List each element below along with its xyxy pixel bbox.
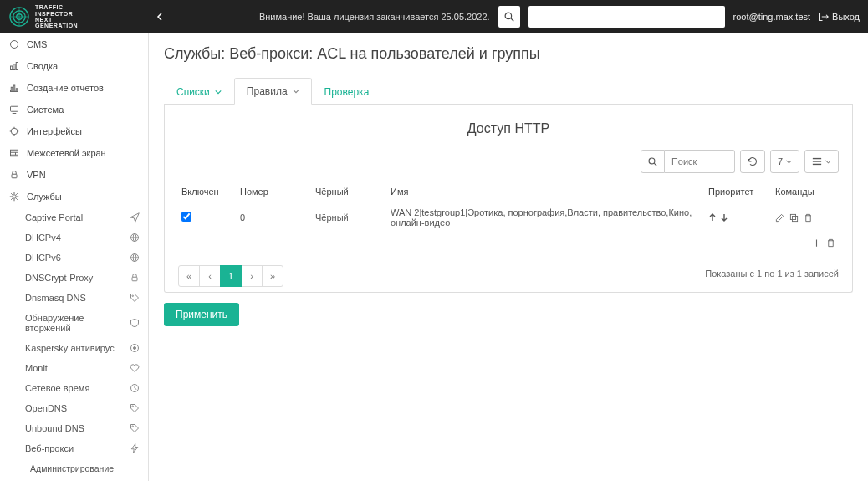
sidebar-item-unbound[interactable]: Unbound DNS bbox=[0, 418, 148, 438]
col-number[interactable]: Номер bbox=[237, 182, 312, 202]
svg-point-36 bbox=[134, 347, 136, 350]
vpn-icon bbox=[9, 170, 19, 180]
svg-rect-10 bbox=[11, 87, 13, 90]
apply-button[interactable]: Применить bbox=[164, 303, 239, 326]
refresh-button[interactable] bbox=[740, 150, 765, 173]
sidebar-item-label: DHCPv6 bbox=[25, 253, 61, 263]
sidebar-item-label: Dnsmasq DNS bbox=[25, 293, 86, 303]
copy-icon bbox=[789, 213, 799, 223]
sidebar-item-ids[interactable]: Обнаружение вторжений bbox=[0, 308, 148, 338]
sidebar-item-admin[interactable]: Администрирование bbox=[0, 458, 148, 478]
plus-icon bbox=[812, 238, 821, 248]
sidebar-item-proxy[interactable]: Веб-прокси bbox=[0, 438, 148, 458]
table-search-input[interactable] bbox=[665, 150, 735, 173]
columns-select[interactable] bbox=[804, 150, 839, 173]
trash-icon bbox=[826, 238, 835, 248]
col-black[interactable]: Чёрный bbox=[312, 182, 387, 202]
svg-rect-25 bbox=[12, 174, 17, 178]
interfaces-icon bbox=[9, 126, 19, 136]
sidebar-item-monit[interactable]: Monit bbox=[0, 358, 148, 378]
tab-rules[interactable]: Правила bbox=[234, 78, 312, 105]
table-row: 0ЧёрныйWAN 2|testgroup1|Эротика, порногр… bbox=[178, 202, 839, 233]
sidebar-item-services[interactable]: Службы bbox=[0, 186, 148, 207]
sidebar-item-system[interactable]: Система bbox=[0, 99, 148, 120]
sidebar-collapse-button[interactable] bbox=[149, 13, 171, 21]
sidebar-item-label: Обнаружение вторжений bbox=[25, 313, 130, 333]
sidebar-item-dhcpv4[interactable]: DHCPv4 bbox=[0, 228, 148, 248]
svg-rect-13 bbox=[11, 106, 18, 111]
tab-check[interactable]: Проверка bbox=[312, 78, 382, 105]
sidebar-item-firewall[interactable]: Межсетевой экран bbox=[0, 142, 148, 164]
row-enabled-checkbox[interactable] bbox=[181, 212, 191, 222]
list-icon bbox=[812, 157, 822, 166]
tag-icon bbox=[130, 293, 140, 303]
tab-lists[interactable]: Списки bbox=[164, 78, 234, 105]
sidebar-item-kaspersky[interactable]: Kaspersky антивирус bbox=[0, 338, 148, 358]
col-enabled[interactable]: Включен bbox=[178, 182, 237, 202]
sidebar-item-label: Межсетевой экран bbox=[27, 148, 106, 158]
sidebar-item-label: Сетевое время bbox=[25, 383, 89, 393]
sidebar-item-dnscrypt[interactable]: DNSCrypt-Proxy bbox=[0, 268, 148, 288]
sidebar-item-cms[interactable]: CMS bbox=[0, 33, 148, 55]
priority-down-button[interactable] bbox=[720, 213, 728, 222]
sidebar-item-ntp[interactable]: Сетевое время bbox=[0, 378, 148, 398]
services-icon bbox=[9, 192, 19, 202]
pager-last[interactable]: » bbox=[262, 265, 283, 287]
sidebar-item-opendns[interactable]: OpenDNS bbox=[0, 398, 148, 418]
add-button[interactable] bbox=[812, 238, 821, 248]
sidebar-item-label: Система bbox=[27, 105, 64, 115]
global-search-button[interactable] bbox=[498, 6, 520, 28]
sidebar-item-summary[interactable]: Сводка bbox=[0, 55, 148, 77]
col-name[interactable]: Имя bbox=[387, 182, 705, 202]
brand-text: TRAFFIC INSPECTOR NEXT GENERATION bbox=[35, 4, 78, 28]
shield-icon bbox=[130, 318, 140, 328]
delete-button[interactable] bbox=[804, 213, 813, 223]
col-priority[interactable]: Приоритет bbox=[705, 182, 772, 202]
lock-icon bbox=[130, 273, 140, 283]
edit-button[interactable] bbox=[775, 213, 784, 223]
sidebar-item-captive[interactable]: Captive Portal bbox=[0, 207, 148, 228]
tab-label: Правила bbox=[247, 85, 288, 97]
global-search-input[interactable] bbox=[528, 6, 725, 28]
clone-button[interactable] bbox=[789, 213, 799, 223]
sidebar-item-reports[interactable]: Создание отчетов bbox=[0, 77, 148, 99]
priority-up-button[interactable] bbox=[708, 213, 717, 222]
sidebar-item-label: Службы bbox=[27, 192, 62, 202]
globe-icon bbox=[130, 253, 140, 263]
logout-button[interactable]: Выход bbox=[819, 12, 860, 22]
col-commands[interactable]: Команды bbox=[772, 182, 839, 202]
table-search-button[interactable] bbox=[641, 150, 665, 173]
delete-selected-button[interactable] bbox=[826, 238, 835, 248]
pager-page-1[interactable]: 1 bbox=[220, 265, 242, 287]
logout-icon bbox=[819, 12, 829, 22]
svg-point-34 bbox=[132, 295, 134, 297]
sidebar-item-label: OpenDNS bbox=[25, 403, 67, 413]
svg-line-4 bbox=[510, 18, 513, 21]
sidebar-item-dnsmasq[interactable]: Dnsmasq DNS bbox=[0, 288, 148, 308]
sidebar-item-interfaces[interactable]: Интерфейсы bbox=[0, 120, 148, 142]
sidebar: CMSСводкаСоздание отчетовСистемаИнтерфей… bbox=[0, 33, 149, 481]
pencil-icon bbox=[775, 213, 784, 223]
svg-rect-33 bbox=[132, 277, 137, 281]
cms-icon bbox=[9, 39, 19, 49]
refresh-icon bbox=[748, 156, 758, 166]
sidebar-item-vpn[interactable]: VPN bbox=[0, 164, 148, 186]
tab-label: Списки bbox=[176, 86, 210, 98]
tag-icon bbox=[130, 403, 140, 413]
sidebar-item-label: Captive Portal bbox=[25, 212, 83, 223]
page-size-select[interactable]: 7 bbox=[770, 150, 799, 173]
svg-point-5 bbox=[11, 41, 18, 49]
search-icon bbox=[504, 12, 514, 22]
sidebar-item-label: Kaspersky антивирус bbox=[25, 343, 115, 353]
pager-next[interactable]: › bbox=[241, 265, 263, 287]
pager-first[interactable]: « bbox=[178, 265, 200, 287]
pager-prev[interactable]: ‹ bbox=[199, 265, 221, 287]
sidebar-item-label: Unbound DNS bbox=[25, 423, 84, 433]
caret-down-icon bbox=[825, 159, 831, 165]
row-number: 0 bbox=[237, 202, 312, 233]
send-icon bbox=[130, 212, 140, 223]
svg-rect-7 bbox=[13, 64, 15, 70]
sidebar-item-dhcpv6[interactable]: DHCPv6 bbox=[0, 248, 148, 268]
arrow-down-icon bbox=[720, 213, 728, 222]
globe-icon bbox=[130, 233, 140, 243]
